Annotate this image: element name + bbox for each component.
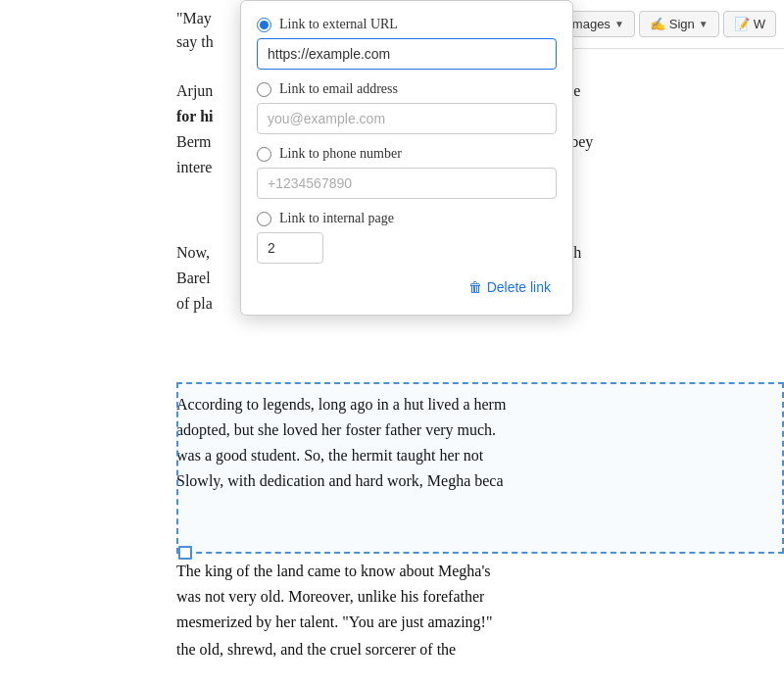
phone-input[interactable] — [257, 168, 557, 199]
sign-icon: ✍ — [650, 17, 665, 31]
internal-page-input[interactable] — [257, 232, 323, 264]
sign-arrow-icon: ▼ — [699, 19, 709, 29]
email-radio[interactable] — [257, 82, 271, 97]
delete-link-row: 🗑 Delete link — [257, 275, 557, 299]
external-url-text: Link to external URL — [279, 17, 398, 32]
para-after-line-1: The king of the land came to know about … — [176, 559, 491, 584]
images-label: Images — [568, 17, 611, 31]
sign-button[interactable]: ✍ Sign ▼ — [639, 11, 719, 37]
selected-line-4: Slowly, with dedication and hard work, M… — [176, 468, 504, 494]
w-button[interactable]: 📝 W — [723, 11, 776, 37]
selected-line-2: adopted, but she loved her foster father… — [176, 417, 496, 443]
w-label: W — [754, 17, 765, 31]
para-after-line-2: was not very old. Moreover, unlike his f… — [176, 584, 484, 610]
para-after-line-4: the old, shrewd, and the cruel sorcerer … — [176, 637, 456, 662]
top-bar: 🖼 Images ▼ ✍ Sign ▼ 📝 W — [568, 0, 784, 49]
internal-page-text: Link to internal page — [279, 211, 394, 226]
text-line-9: of pla — [176, 291, 213, 317]
w-icon: 📝 — [734, 17, 750, 31]
text-line-6: intere — [176, 155, 212, 180]
para-after-line-3: mesmerized by her talent. "You are just … — [176, 610, 492, 635]
external-url-label[interactable]: Link to external URL — [257, 17, 557, 32]
selected-line-1: According to legends, long ago in a hut … — [176, 392, 506, 417]
option-email: Link to email address — [257, 81, 557, 134]
email-text: Link to email address — [279, 81, 398, 97]
delete-link-label: Delete link — [487, 279, 551, 295]
email-input[interactable] — [257, 103, 557, 134]
text-line-2: say th — [176, 29, 214, 55]
email-label[interactable]: Link to email address — [257, 81, 557, 97]
external-url-radio[interactable] — [257, 18, 271, 32]
option-phone: Link to phone number — [257, 146, 557, 199]
phone-text: Link to phone number — [279, 146, 402, 162]
delete-link-button[interactable]: 🗑 Delete link — [463, 275, 557, 299]
phone-radio[interactable] — [257, 147, 271, 162]
phone-label[interactable]: Link to phone number — [257, 146, 557, 162]
external-url-input[interactable] — [257, 38, 557, 70]
images-arrow-icon: ▼ — [614, 19, 624, 29]
link-popup: Link to external URL Link to email addre… — [240, 0, 573, 316]
selected-line-3: was a good student. So, the hermit taugh… — [176, 443, 483, 468]
sign-label: Sign — [669, 17, 695, 31]
option-external-url: Link to external URL — [257, 17, 557, 70]
option-internal-page: Link to internal page — [257, 211, 557, 264]
trash-icon: 🗑 — [468, 279, 482, 295]
internal-page-label[interactable]: Link to internal page — [257, 211, 557, 226]
internal-page-radio[interactable] — [257, 212, 271, 226]
